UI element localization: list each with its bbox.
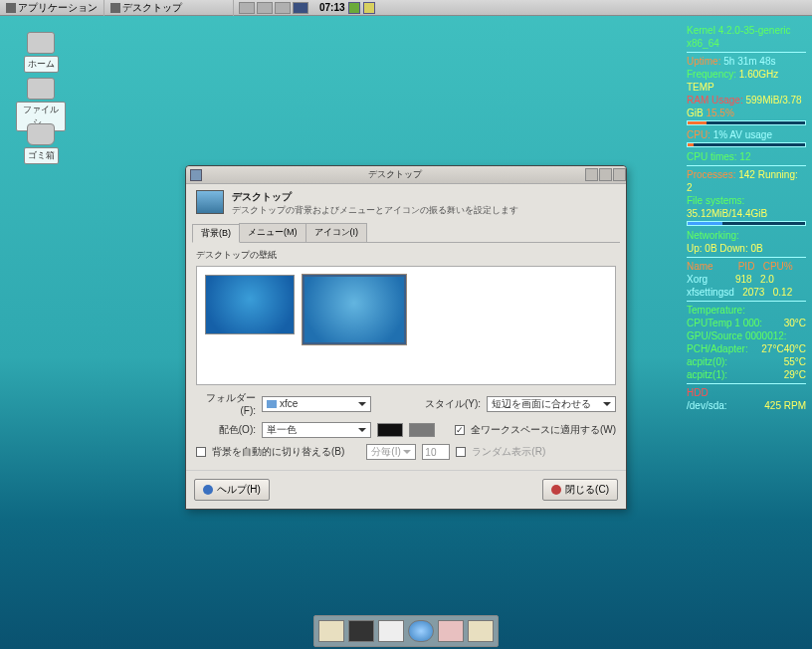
interval-spinbox: 10 bbox=[422, 444, 450, 460]
conky-hdd-l: HDD bbox=[687, 386, 806, 399]
apply-all-label: 全ワークスペースに適用する(W) bbox=[471, 423, 616, 437]
interval-unit: 分毎(I) bbox=[371, 445, 400, 459]
minimize-button[interactable] bbox=[585, 168, 598, 181]
dock-terminal[interactable] bbox=[348, 620, 374, 642]
applications-menu[interactable]: アプリケーション bbox=[0, 0, 104, 16]
panel-right: 07:13 bbox=[313, 2, 375, 14]
conky-uptime-v: 5h 31m 48s bbox=[723, 56, 775, 67]
conky-cpu-v: 1% AV usage bbox=[713, 129, 772, 140]
color-swatch-1[interactable] bbox=[377, 423, 403, 437]
maximize-button[interactable] bbox=[599, 168, 612, 181]
random-checkbox bbox=[456, 447, 466, 457]
tab-menu[interactable]: メニュー(M) bbox=[239, 223, 306, 242]
conky-cpu-bar bbox=[687, 142, 806, 147]
conky-t1: CPUTemp 1 000: 30°C bbox=[687, 317, 806, 329]
style-select[interactable]: 短辺を画面に合わせる bbox=[487, 396, 616, 412]
desktop-icon-home[interactable]: ホーム bbox=[16, 32, 66, 73]
style-label: スタイル(Y): bbox=[425, 397, 481, 411]
folder-select[interactable]: xfce bbox=[262, 396, 371, 412]
top-panel: アプリケーション デスクトップ 07:13 bbox=[0, 0, 812, 16]
window-button-active[interactable]: デスクトップ bbox=[104, 0, 234, 16]
dock-settings[interactable] bbox=[438, 620, 464, 642]
conky-net-l: Networking: bbox=[687, 229, 806, 242]
style-value: 短辺を画面に合わせる bbox=[492, 397, 591, 411]
close-icon bbox=[551, 485, 561, 495]
color-mode-select[interactable]: 単一色 bbox=[262, 422, 371, 438]
conky-fs-l: File systems: bbox=[687, 194, 806, 207]
help-button[interactable]: ヘルプ(H) bbox=[194, 479, 270, 501]
conky-ram-p: 15.5% bbox=[706, 108, 733, 118]
trash-icon bbox=[27, 123, 55, 145]
conky-hdd: /dev/sda: 425 RPM bbox=[687, 399, 806, 412]
conky-proc-l: Processes: bbox=[687, 169, 735, 180]
desktop-header-icon bbox=[196, 190, 224, 214]
conky-t4: acpitz(0): 55°C bbox=[687, 355, 806, 368]
tray-icon-1[interactable] bbox=[348, 2, 360, 14]
titlebar[interactable]: デスクトップ bbox=[186, 166, 626, 184]
tab-background[interactable]: 背景(B) bbox=[192, 224, 240, 243]
conky-ram-l: RAM Usage: bbox=[687, 95, 743, 106]
conky-temp-l: Temperature: bbox=[687, 304, 806, 317]
button-bar: ヘルプ(H) 閉じる(C) bbox=[186, 470, 626, 509]
conky-kernel: Kernel 4.2.0-35-generic x86_64 bbox=[687, 24, 806, 50]
interval-unit-select: 分毎(I) bbox=[366, 444, 416, 460]
conky-ram-bar bbox=[687, 120, 806, 125]
dock-file-manager[interactable] bbox=[318, 620, 344, 642]
desktop-icon-trash[interactable]: ゴミ箱 bbox=[16, 123, 66, 164]
drive-icon bbox=[27, 78, 55, 100]
dock-printer[interactable] bbox=[378, 620, 404, 642]
workspace-switcher bbox=[238, 2, 309, 14]
workspace-3[interactable] bbox=[275, 2, 291, 14]
chevron-down-icon bbox=[403, 450, 411, 454]
interval-value: 10 bbox=[425, 447, 436, 458]
tabs: 背景(B) メニュー(M) アイコン(I) bbox=[192, 223, 620, 243]
titlebar-title: デスクトップ bbox=[206, 168, 584, 181]
conky-freq-l: Frequency: bbox=[687, 69, 736, 80]
titlebar-icon bbox=[190, 169, 202, 181]
conky-fs-bar bbox=[687, 221, 806, 226]
conky-cputimes: CPU times: 12 bbox=[687, 150, 806, 163]
conky-fs-root: 35.12MiB/14.4GiB bbox=[687, 207, 806, 220]
wallpaper-list[interactable] bbox=[196, 266, 616, 385]
conky-uptime-l: Uptime: bbox=[687, 56, 720, 67]
workspace-1[interactable] bbox=[239, 2, 255, 14]
dock bbox=[313, 615, 499, 647]
conky-t2: GPU/Source 0000012: 40°C bbox=[687, 329, 806, 342]
home-label: ホーム bbox=[24, 56, 59, 73]
dock-folder[interactable] bbox=[468, 620, 494, 642]
conky-net-up: Up: 0B Down: 0B bbox=[687, 242, 806, 255]
help-label: ヘルプ(H) bbox=[217, 483, 261, 497]
workspace-4[interactable] bbox=[293, 2, 308, 14]
clock: 07:13 bbox=[319, 2, 345, 13]
conky-p2: xfsettingsd 2073 0.12 bbox=[687, 286, 806, 299]
apply-all-checkbox[interactable] bbox=[455, 425, 465, 435]
dialog-header: デスクトップ デスクトップの背景およびメニューとアイコンの振る舞いを設定します bbox=[186, 184, 626, 223]
workspace-2[interactable] bbox=[257, 2, 273, 14]
menu-icon bbox=[6, 3, 16, 13]
tab-icon[interactable]: アイコン(I) bbox=[305, 223, 368, 242]
conky-cpu-l: CPU: bbox=[687, 129, 710, 140]
home-icon bbox=[27, 32, 55, 54]
folder-value: xfce bbox=[280, 398, 298, 409]
window-label: デスクトップ bbox=[122, 1, 182, 15]
chevron-down-icon bbox=[603, 402, 611, 406]
color-label: 配色(O): bbox=[196, 423, 256, 437]
folder-label: フォルダー(F): bbox=[196, 391, 256, 416]
conky-t5: acpitz(1): 29°C bbox=[687, 368, 806, 381]
close-button[interactable]: 閉じる(C) bbox=[542, 479, 618, 501]
window-icon bbox=[110, 3, 120, 13]
tray-icon-2[interactable] bbox=[363, 2, 375, 14]
trash-label: ゴミ箱 bbox=[24, 147, 59, 164]
chevron-down-icon bbox=[358, 402, 366, 406]
header-subtitle: デスクトップの背景およびメニューとアイコンの振る舞いを設定します bbox=[232, 204, 518, 217]
wallpaper-thumb-2-selected[interactable] bbox=[303, 275, 406, 344]
close-window-button[interactable] bbox=[613, 168, 626, 181]
dock-web-browser[interactable] bbox=[408, 620, 434, 642]
conky-proc-hdr: Name PID CPU% bbox=[687, 260, 806, 273]
folder-icon bbox=[267, 400, 277, 408]
auto-change-checkbox[interactable] bbox=[196, 447, 206, 457]
random-label: ランダム表示(R) bbox=[472, 445, 545, 459]
section-label: デスクトップの壁紙 bbox=[196, 249, 616, 262]
wallpaper-thumb-1[interactable] bbox=[205, 275, 295, 334]
color-swatch-2[interactable] bbox=[409, 423, 435, 437]
